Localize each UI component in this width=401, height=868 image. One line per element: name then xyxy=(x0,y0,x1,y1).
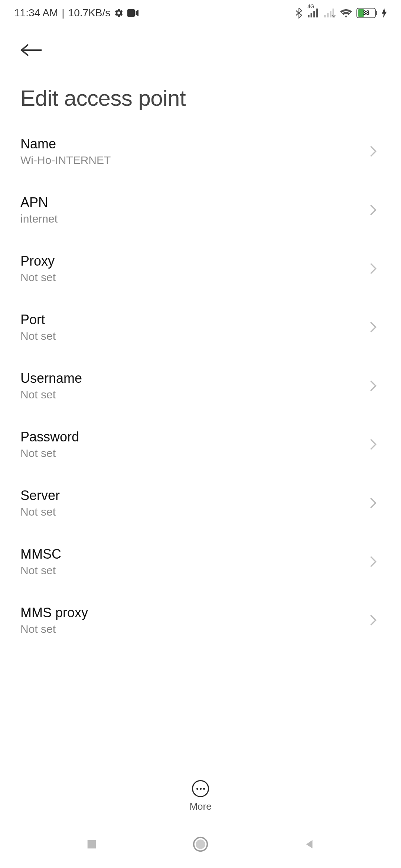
svg-rect-0 xyxy=(127,9,135,17)
svg-rect-6 xyxy=(327,13,329,17)
video-icon xyxy=(127,9,138,17)
more-button[interactable]: More xyxy=(189,780,211,812)
navigation-bar xyxy=(0,820,401,868)
status-bar: 11:34 AM | 10.7KB/s 4G 38 xyxy=(0,0,401,26)
back-button[interactable] xyxy=(20,37,46,63)
nav-home-button[interactable] xyxy=(192,836,209,852)
item-value: Not set xyxy=(20,330,56,342)
list-item-mmsc[interactable]: MMSC Not set xyxy=(20,532,381,591)
chevron-right-icon xyxy=(369,263,381,274)
item-label: MMSC xyxy=(20,546,61,562)
chevron-right-icon xyxy=(369,146,381,157)
chevron-right-icon xyxy=(369,497,381,509)
page-title: Edit access point xyxy=(0,67,401,122)
item-value: internet xyxy=(20,213,58,225)
charging-icon xyxy=(382,8,387,18)
svg-rect-10 xyxy=(87,840,96,848)
arrow-left-icon xyxy=(20,43,43,57)
item-value: Not set xyxy=(20,623,88,635)
settings-list: Name Wi-Ho-INTERNET APN internet Proxy N… xyxy=(0,122,401,650)
list-item-username[interactable]: Username Not set xyxy=(20,356,381,415)
bluetooth-icon xyxy=(295,7,303,19)
status-separator: | xyxy=(62,7,64,19)
svg-rect-5 xyxy=(324,15,326,17)
svg-rect-3 xyxy=(313,11,315,17)
header xyxy=(0,26,401,67)
item-label: APN xyxy=(20,195,58,210)
list-item-proxy[interactable]: Proxy Not set xyxy=(20,239,381,298)
chevron-right-icon xyxy=(369,556,381,567)
svg-rect-7 xyxy=(330,11,332,17)
signal-4g-icon: 4G xyxy=(307,9,319,17)
item-label: Password xyxy=(20,429,79,445)
svg-rect-4 xyxy=(316,9,318,17)
square-icon xyxy=(85,838,98,851)
chevron-right-icon xyxy=(369,204,381,216)
item-value: Not set xyxy=(20,506,60,518)
item-label: Server xyxy=(20,488,60,503)
chevron-right-icon xyxy=(369,322,381,333)
gear-icon xyxy=(114,8,124,18)
list-item-password[interactable]: Password Not set xyxy=(20,415,381,474)
battery-icon: 38 xyxy=(356,8,377,18)
chevron-right-icon xyxy=(369,439,381,450)
nav-back-button[interactable] xyxy=(301,836,318,852)
status-left: 11:34 AM | 10.7KB/s xyxy=(14,7,138,19)
triangle-left-icon xyxy=(303,838,316,851)
item-value: Not set xyxy=(20,388,82,401)
item-label: Name xyxy=(20,136,111,152)
chevron-right-icon xyxy=(369,380,381,391)
item-value: Wi-Ho-INTERNET xyxy=(20,154,111,167)
svg-point-12 xyxy=(196,839,205,849)
status-right: 4G 38 xyxy=(295,7,387,19)
svg-rect-2 xyxy=(311,13,313,17)
svg-rect-1 xyxy=(308,15,310,17)
list-item-name[interactable]: Name Wi-Ho-INTERNET xyxy=(20,122,381,181)
list-item-apn[interactable]: APN internet xyxy=(20,181,381,239)
signal-no-sim-icon xyxy=(324,9,336,17)
list-item-port[interactable]: Port Not set xyxy=(20,298,381,356)
item-value: Not set xyxy=(20,564,61,577)
circle-icon xyxy=(192,836,209,852)
bottom-bar: More xyxy=(0,773,401,820)
chevron-right-icon xyxy=(369,615,381,626)
item-value: Not set xyxy=(20,271,56,284)
item-label: Username xyxy=(20,371,82,386)
nav-recent-button[interactable] xyxy=(83,836,100,852)
status-speed: 10.7KB/s xyxy=(68,7,111,19)
more-icon xyxy=(192,780,209,797)
item-label: Proxy xyxy=(20,253,56,269)
item-label: Port xyxy=(20,312,56,328)
item-label: MMS proxy xyxy=(20,605,88,621)
list-item-server[interactable]: Server Not set xyxy=(20,474,381,532)
status-time: 11:34 AM xyxy=(14,7,58,19)
list-item-mms-proxy[interactable]: MMS proxy Not set xyxy=(20,591,381,650)
wifi-icon xyxy=(340,8,352,18)
item-value: Not set xyxy=(20,447,79,460)
more-label: More xyxy=(189,801,211,812)
